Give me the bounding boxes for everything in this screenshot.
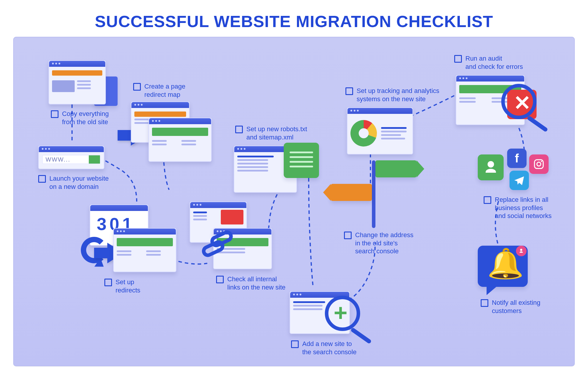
checkbox-icon [291, 340, 299, 348]
checkbox-icon [344, 232, 352, 239]
magnifier-x-icon [501, 84, 537, 119]
step-notify-customers[interactable]: Notify all existing customers [481, 299, 540, 315]
sign-right [375, 160, 417, 177]
signpost-post [372, 160, 375, 228]
step-check-internal-links[interactable]: Check all internal links on the new site [216, 275, 285, 291]
step-label: Notify all existing customers [492, 299, 540, 315]
step-label: Change the address in the old site's sea… [355, 231, 413, 255]
person-icon [478, 154, 504, 180]
checkbox-icon [345, 87, 353, 95]
step-label: Set up redirects [116, 278, 140, 294]
checkbox-icon [481, 299, 488, 307]
svg-point-1 [537, 162, 541, 166]
checkbox-icon [133, 83, 141, 91]
page-title: SUCCESSFUL WEBSITE MIGRATION CHECKLIST [13, 12, 575, 31]
window-old-site [49, 60, 106, 104]
checkbox-icon [484, 196, 491, 204]
step-label: Check all internal links on the new site [227, 275, 285, 291]
step-label: Set up tracking and analytics systems on… [357, 87, 439, 103]
step-launch-new-domain[interactable]: Launch your website on a new domain [38, 174, 109, 191]
checkbox-icon [51, 110, 59, 118]
instagram-icon [529, 154, 549, 174]
user-badge-icon [516, 246, 527, 256]
checkbox-icon [104, 279, 112, 286]
checkbox-icon [216, 276, 224, 283]
checkbox-icon [454, 55, 462, 63]
step-replace-links[interactable]: Replace links in all business profiles a… [484, 196, 552, 220]
step-label: Set up new robots.txt and sitemap.xml [246, 125, 307, 141]
step-label: Add a new site to the search console [302, 340, 357, 356]
checkbox-icon [38, 175, 46, 183]
window-redirect-301-front [113, 228, 176, 272]
url-text: WWW... [46, 156, 70, 163]
step-add-search-console[interactable]: Add a new site to the search console [291, 340, 357, 356]
step-setup-redirects[interactable]: Set up redirects [104, 278, 140, 294]
step-run-audit[interactable]: Run an audit and check for errors [454, 54, 523, 71]
step-label: Replace links in all business profiles a… [495, 196, 552, 220]
window-analytics [347, 107, 413, 154]
plus-icon: + [334, 301, 348, 325]
checkbox-icon [235, 126, 243, 133]
step-change-address[interactable]: Change the address in the old site's sea… [344, 231, 413, 255]
step-copy-old-site[interactable]: Copy everything from the old site [51, 110, 109, 126]
telegram-icon [510, 171, 529, 190]
window-new-domain: WWW... [38, 146, 104, 169]
step-label: Launch your website on a new domain [49, 174, 109, 191]
window-redirect-dst [148, 118, 212, 162]
svg-point-2 [541, 161, 542, 162]
url-field: WWW... [42, 155, 100, 164]
step-label: Copy everything from the old site [62, 110, 109, 126]
step-setup-analytics[interactable]: Set up tracking and analytics systems on… [345, 87, 439, 103]
facebook-icon: f [507, 149, 527, 168]
step-label: Create a page redirect map [144, 82, 185, 99]
diagram-canvas: Copy everything from the old site WWW...… [13, 37, 575, 366]
step-robots-sitemap[interactable]: Set up new robots.txt and sitemap.xml [235, 125, 307, 141]
sitemap-card [284, 143, 319, 178]
sign-left [331, 184, 372, 201]
pie-chart-icon [350, 120, 377, 147]
step-create-redirect-map[interactable]: Create a page redirect map [133, 82, 185, 99]
step-label: Run an audit and check for errors [465, 54, 523, 71]
